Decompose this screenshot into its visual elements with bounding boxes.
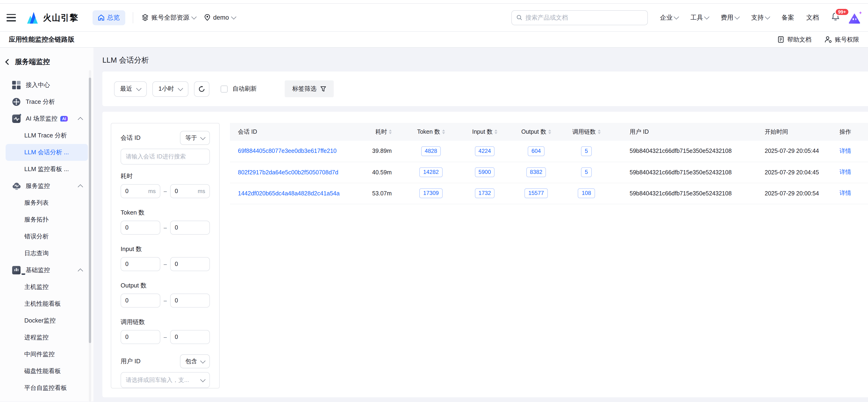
- session-id-link[interactable]: 69f884405c8077e3ee0db3e617ffe210: [238, 148, 337, 154]
- column-header-4[interactable]: Output 数: [510, 123, 562, 141]
- header-cell: 耗时: [356, 128, 403, 136]
- filter-select[interactable]: 请选择或回车输入，支...: [121, 372, 210, 388]
- search-input[interactable]: [525, 14, 643, 21]
- column-header-5[interactable]: 调用链数: [562, 123, 611, 141]
- sidebar-item-llm-监控看板-...[interactable]: LLM 监控看板 ...: [6, 161, 88, 178]
- range-min-input[interactable]: 0: [121, 257, 160, 271]
- token-count-pill[interactable]: 4828: [421, 146, 441, 156]
- sort-icon[interactable]: [548, 129, 551, 134]
- filter-operator-dropdown[interactable]: 包含: [180, 354, 210, 368]
- input-count-pill[interactable]: 5900: [475, 167, 495, 177]
- column-header-1[interactable]: 耗时: [356, 123, 403, 141]
- time-range-dropdown[interactable]: 最近: [114, 81, 147, 96]
- sidebar-item-平台自监控看板[interactable]: 平台自监控看板: [6, 379, 88, 396]
- sidebar-item-主机性能看板[interactable]: 主机性能看板: [6, 296, 88, 312]
- detail-link[interactable]: 详情: [839, 190, 851, 196]
- account-permission-link[interactable]: 账号权限: [825, 35, 859, 44]
- auto-refresh-checkbox[interactable]: [221, 85, 228, 92]
- ai-assistant-avatar[interactable]: ✦: [847, 11, 862, 24]
- sidebar-item-磁盘性能看板[interactable]: 磁盘性能看板: [6, 363, 88, 379]
- brand-logo[interactable]: 火山引擎: [27, 11, 79, 24]
- chain-count-pill[interactable]: 5: [581, 167, 591, 177]
- sort-icon[interactable]: [598, 129, 600, 134]
- navbar-menu-费用[interactable]: 费用: [721, 13, 739, 22]
- range-min-input[interactable]: 0: [121, 293, 160, 308]
- navbar-right: 企业工具费用支持备案文档 99+ ✦: [512, 10, 862, 25]
- region-dropdown[interactable]: demo: [204, 14, 236, 21]
- token-count-pill[interactable]: 17309: [420, 188, 443, 198]
- range-max-input[interactable]: 0: [170, 293, 210, 308]
- duration-dropdown[interactable]: 1小时: [152, 81, 188, 96]
- sidebar-item-ai-场景监控[interactable]: ✦AI 场景监控AI: [6, 110, 88, 127]
- overview-button[interactable]: 总览: [93, 10, 125, 25]
- range-min-input[interactable]: 0: [121, 330, 160, 344]
- range-min-input[interactable]: 0ms: [121, 184, 160, 198]
- sidebar-item-中间件监控[interactable]: 中间件监控: [6, 346, 88, 363]
- header-cell: Token 数: [403, 128, 459, 136]
- session-id-link[interactable]: 1442df020b65dc4a48a4828d2c41a54a: [238, 190, 340, 196]
- range-min-input[interactable]: 0: [121, 221, 160, 235]
- chain-count-pill[interactable]: 108: [578, 188, 595, 198]
- sidebar-item-服务监控[interactable]: 服务监控: [6, 178, 88, 194]
- sidebar-header[interactable]: 服务端监控: [0, 56, 93, 67]
- chevron-down-icon: [136, 86, 142, 91]
- sidebar-item-服务拓扑[interactable]: 服务拓扑: [6, 211, 88, 228]
- sidebar-item-错误分析[interactable]: 错误分析: [6, 228, 88, 245]
- range-value: 0: [125, 188, 128, 194]
- output-count-pill[interactable]: 604: [528, 146, 545, 156]
- input-count-pill[interactable]: 1732: [475, 188, 495, 198]
- output-count-pill: 8382: [510, 162, 562, 183]
- column-header-2[interactable]: Token 数: [403, 123, 459, 141]
- sidebar-item-label: 主机性能看板: [24, 300, 61, 308]
- navbar-menu-企业[interactable]: 企业: [660, 13, 678, 22]
- range-max-input[interactable]: 0ms: [170, 184, 210, 198]
- sidebar-item-接入中心[interactable]: 接入中心: [6, 77, 88, 93]
- global-search[interactable]: [512, 10, 648, 25]
- sidebar-item-docker监控[interactable]: Docker监控: [6, 312, 88, 329]
- notifications-button[interactable]: 99+: [831, 12, 840, 23]
- output-count-pill[interactable]: 8382: [526, 167, 546, 177]
- input-count-pill[interactable]: 4224: [475, 146, 495, 156]
- refresh-button[interactable]: [194, 81, 209, 96]
- detail-link: 详情: [828, 162, 868, 183]
- navbar-menu-支持[interactable]: 支持: [751, 13, 769, 22]
- sidebar-item-trace-分析[interactable]: Trace 分析: [6, 93, 88, 110]
- help-doc-link[interactable]: 帮助文档: [777, 35, 811, 44]
- filter-label: 用户 ID: [121, 357, 141, 366]
- sidebar-scrollbar-thumb[interactable]: [89, 78, 91, 343]
- token-count-pill[interactable]: 14282: [420, 167, 443, 177]
- filter-operator-dropdown[interactable]: 等于: [180, 131, 210, 145]
- chain-count-pill[interactable]: 5: [581, 146, 591, 156]
- session-id-link[interactable]: 802f2917b2da64e5c00b2f5050708d7d: [238, 169, 338, 176]
- detail-link[interactable]: 详情: [839, 148, 851, 154]
- header-cell: Output 数: [510, 128, 562, 136]
- account-resources-dropdown[interactable]: 账号全部资源: [142, 13, 196, 22]
- sidebar-item-进程监控[interactable]: 进程监控: [6, 329, 88, 346]
- tag-filter-button[interactable]: 标签筛选: [285, 81, 334, 97]
- sidebar-item-label: 基础监控: [26, 266, 50, 274]
- range-max-input[interactable]: 0: [170, 330, 210, 344]
- range-max-input[interactable]: 0: [170, 221, 210, 235]
- token-count-pill: 4828: [403, 141, 459, 162]
- sort-icon[interactable]: [495, 129, 497, 134]
- sort-icon[interactable]: [389, 129, 392, 134]
- filter-search-input[interactable]: [126, 153, 205, 160]
- sidebar-item-llm-trace-分析[interactable]: LLM Trace 分析: [6, 127, 88, 144]
- refresh-icon: [198, 85, 205, 92]
- navbar-menu-工具[interactable]: 工具: [690, 13, 709, 22]
- sidebar-item-llm-会话分析-...[interactable]: LLM 会话分析 ...: [6, 144, 88, 161]
- detail-link[interactable]: 详情: [839, 169, 851, 175]
- sidebar-item-服务列表[interactable]: 服务列表: [6, 194, 88, 211]
- navbar-menu-文档[interactable]: 文档: [806, 13, 819, 22]
- hamburger-menu-icon[interactable]: [6, 14, 16, 21]
- sidebar-item-日志查询[interactable]: 日志查询: [6, 245, 88, 262]
- sort-icon[interactable]: [442, 129, 445, 134]
- navbar-divider: [133, 12, 133, 23]
- navbar-menu-备案[interactable]: 备案: [781, 13, 794, 22]
- sidebar-item-主机监控[interactable]: 主机监控: [6, 279, 88, 296]
- output-count-pill[interactable]: 15577: [525, 188, 548, 198]
- range-value: 0: [125, 334, 128, 340]
- sidebar-item-基础监控[interactable]: 基础监控: [6, 262, 88, 279]
- range-max-input[interactable]: 0: [170, 257, 210, 271]
- column-header-3[interactable]: Input 数: [459, 123, 510, 141]
